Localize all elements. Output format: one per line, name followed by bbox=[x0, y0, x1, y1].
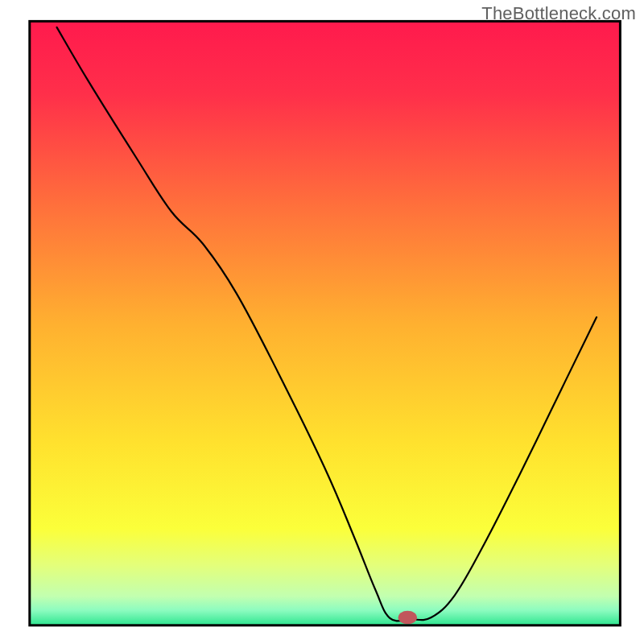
gradient-background bbox=[30, 21, 621, 625]
bottleneck-chart bbox=[0, 0, 644, 644]
chart-container: TheBottleneck.com bbox=[0, 0, 644, 644]
min-point-marker bbox=[398, 611, 417, 625]
watermark-text: TheBottleneck.com bbox=[481, 3, 636, 24]
